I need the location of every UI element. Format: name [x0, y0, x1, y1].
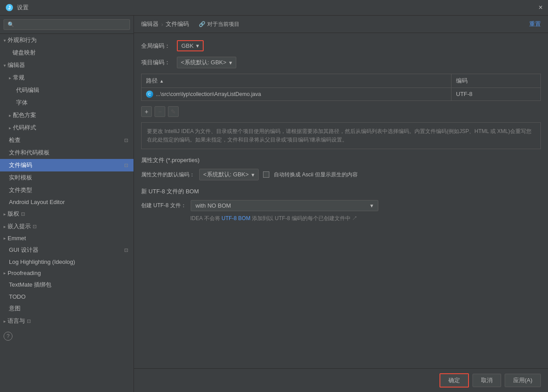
bottom-bar: 确定 取消 应用(A) [134, 368, 548, 392]
apply-button[interactable]: 应用(A) [505, 374, 541, 387]
global-encoding-label: 全局编码： [141, 42, 172, 50]
panel-body: 全局编码： GBK ▾ 项目编码： <系统默认: GBK> ▾ [134, 33, 548, 368]
chevron-right-icon: ▸ [9, 125, 11, 130]
sidebar-item-todo[interactable]: TODO [0, 291, 134, 302]
global-encoding-dropdown[interactable]: GBK ▾ [177, 40, 204, 51]
sidebar-item-label: TODO [9, 293, 25, 300]
sidebar-item-label: 代码样式 [13, 124, 36, 132]
main-content: ▾ 外观和行为 键盘映射 ▾ 编辑器 ▸ 常规 [0, 16, 548, 392]
sidebar-item-file-types[interactable]: 文件类型 [0, 184, 134, 196]
table-header: 路径 ▲ 编码 [142, 74, 540, 88]
sidebar-item-label: 检查 [9, 136, 21, 144]
sidebar-item-label: GUI 设计器 [9, 246, 38, 254]
sidebar-item-label: 嵌入提示 [8, 222, 31, 230]
help-wrap: ? [0, 327, 134, 341]
badge-icon: ⊡ [124, 247, 128, 253]
reset-button[interactable]: 重置 [529, 20, 541, 28]
table-row[interactable]: C ...\src\com\lyp\collection\ArrayListDe… [142, 88, 540, 100]
edit-button[interactable]: ✎ [168, 106, 179, 117]
sidebar-item-label: Proofreading [8, 270, 41, 276]
project-encoding-value: <系统默认: GBK> [181, 58, 226, 67]
sidebar-item-copyright[interactable]: ▸ 版权 ⊡ [0, 208, 134, 220]
sidebar-item-yuyan[interactable]: ▸ 语言与 ⊡ [0, 315, 134, 327]
breadcrumb-separator: › [161, 21, 163, 28]
sidebar-item-label: Emmet [8, 235, 26, 242]
sidebar-item-proofreading[interactable]: ▸ Proofreading [0, 267, 134, 279]
toolbar-row: + − ✎ [141, 106, 541, 117]
badge-icon: ⊡ [124, 163, 128, 168]
dialog-title: 设置 [17, 4, 29, 12]
sidebar-item-file-templates[interactable]: 文件和代码模板 [0, 146, 134, 159]
chevron-right-icon: ▸ [4, 224, 6, 229]
sidebar-item-live-templates[interactable]: 实时模板 [0, 171, 134, 184]
sidebar-item-file-encoding[interactable]: 文件编码 ⊡ [0, 159, 134, 171]
sidebar-item-label: 文件和代码模板 [9, 149, 50, 157]
sidebar-item-textmate[interactable]: TextMate 插绑包 [0, 279, 134, 291]
sidebar-item-color-scheme[interactable]: ▸ 配色方案 [0, 109, 134, 121]
auto-convert-label: 自动转换成 Ascii 但显示原生的内容 [274, 171, 358, 179]
properties-encoding-dropdown[interactable]: <系统默认: GBK> ▾ [199, 169, 259, 180]
sidebar-item-label: 实时模板 [9, 174, 32, 182]
auto-convert-checkbox[interactable] [263, 171, 269, 178]
bom-info-part2: 添加到以 UTF-8 编码的每个已创建文件中 ↗ [251, 215, 357, 221]
sidebar-item-label: 编辑器 [8, 61, 25, 69]
project-encoding-label: 项目编码： [141, 58, 172, 67]
titlebar-left: J 设置 [5, 4, 29, 12]
titlebar: J 设置 × [0, 0, 548, 16]
dropdown-arrow-icon: ▾ [229, 59, 232, 66]
sidebar: ▾ 外观和行为 键盘映射 ▾ 编辑器 ▸ 常规 [0, 16, 134, 392]
table-cell-path: C ...\src\com\lyp\collection\ArrayListDe… [142, 88, 451, 100]
bom-create-label: 创建 UTF-8 文件： [141, 202, 186, 209]
close-button[interactable]: × [539, 4, 543, 11]
sidebar-item-label: 版权 [8, 210, 19, 218]
sidebar-item-general[interactable]: ▸ 常规 [0, 71, 134, 84]
info-text: 要更改 IntelliJ IDEA 为文件、目录或整个项目使用的编码，请根据需要… [141, 122, 541, 149]
sidebar-item-appearance[interactable]: ▾ 外观和行为 [0, 34, 134, 46]
search-box [0, 16, 134, 34]
sidebar-item-emmet[interactable]: ▸ Emmet [0, 233, 134, 244]
bom-create-dropdown[interactable]: with NO BOM ▾ [191, 200, 378, 211]
file-icon: C [146, 91, 153, 98]
project-encoding-dropdown[interactable]: <系统默认: GBK> ▾ [177, 57, 236, 68]
sidebar-item-font[interactable]: 字体 [0, 96, 134, 109]
sidebar-item-log-highlighting[interactable]: Log Highlighting (Ideolog) [0, 256, 134, 267]
cancel-button[interactable]: 取消 [473, 374, 501, 387]
dropdown-arrow-icon: ▾ [196, 42, 199, 49]
chevron-right-icon: ▸ [4, 319, 6, 324]
settings-dialog: J 设置 × ▾ 外观和行为 键盘映射 [0, 0, 548, 392]
sidebar-item-label: Log Highlighting (Ideolog) [9, 259, 75, 265]
sidebar-item-gui-designer[interactable]: GUI 设计器 ⊡ [0, 244, 134, 256]
sidebar-item-yitu[interactable]: 意图 [0, 302, 134, 315]
properties-section-title: 属性文件 (*.properties) [141, 156, 541, 164]
breadcrumb: 编辑器 › 文件编码 🔗 对于当前项目 [141, 20, 239, 28]
table-cell-encoding: UTF-8 [451, 88, 540, 100]
right-panel: 编辑器 › 文件编码 🔗 对于当前项目 重置 全局编码： GBK ▾ [134, 16, 548, 392]
bom-create-value: with NO BOM [196, 202, 231, 209]
chevron-right-icon: ▸ [9, 113, 11, 118]
ok-button[interactable]: 确定 [439, 373, 469, 388]
sidebar-item-code-style[interactable]: ▸ 代码样式 [0, 121, 134, 134]
sidebar-item-inspections[interactable]: 检查 ⊡ [0, 134, 134, 146]
search-input[interactable] [4, 19, 130, 30]
sidebar-item-inlay-hints[interactable]: ▸ 嵌入提示 ⊡ [0, 220, 134, 233]
sidebar-item-android-layout[interactable]: Android Layout Editor [0, 196, 134, 208]
help-icon[interactable]: ? [4, 332, 13, 341]
sidebar-item-keymap[interactable]: 键盘映射 [0, 46, 134, 59]
sidebar-item-label: 键盘映射 [13, 49, 36, 57]
remove-button[interactable]: − [155, 106, 165, 117]
add-button[interactable]: + [141, 106, 152, 117]
file-path-text: ...\src\com\lyp\collection\ArrayListDemo… [156, 91, 261, 97]
bom-info-link[interactable]: UTF-8 BOM [222, 215, 251, 221]
sidebar-item-label: 字体 [16, 99, 28, 107]
sidebar-item-label: 常规 [13, 74, 25, 82]
sidebar-item-label: 意图 [9, 304, 21, 313]
badge-icon: ⊡ [27, 318, 31, 324]
chevron-right-icon: ▸ [4, 236, 6, 241]
bom-section-title: 新 UTF-8 文件的 BOM [141, 188, 541, 196]
sidebar-item-editor[interactable]: ▾ 编辑器 [0, 59, 134, 71]
chevron-right-icon: ▸ [4, 271, 6, 275]
sort-arrow-icon: ▲ [159, 79, 164, 83]
badge-icon: ⊡ [124, 138, 128, 143]
sidebar-item-code-editing[interactable]: 代码编辑 [0, 84, 134, 96]
sidebar-list: ▾ 外观和行为 键盘映射 ▾ 编辑器 ▸ 常规 [0, 34, 134, 392]
